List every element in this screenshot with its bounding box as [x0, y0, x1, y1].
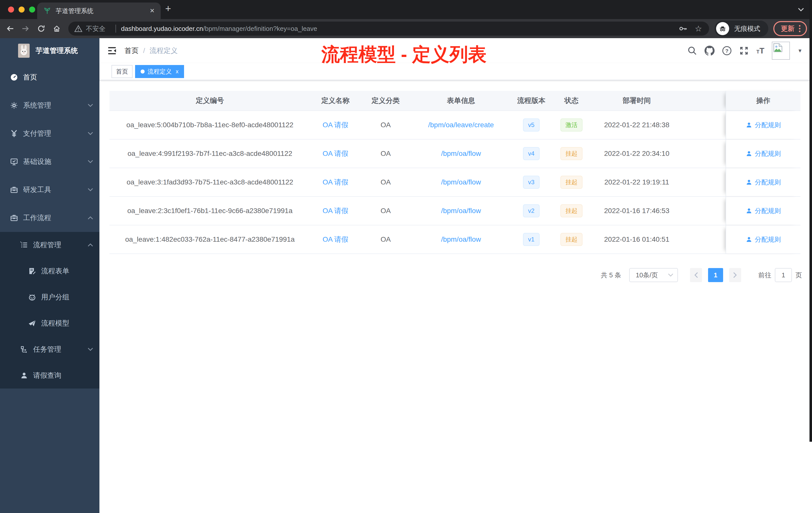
paperplane-icon — [28, 319, 36, 327]
status-badge: 挂起 — [560, 176, 582, 189]
cell-definition-id: oa_leave:2:3c1f0ef1-76b1-11ec-9c66-a2380… — [110, 207, 310, 215]
status-badge: 挂起 — [560, 204, 582, 217]
select-chevron-icon — [668, 273, 673, 277]
annotation-title: 流程模型 - 定义列表 — [0, 42, 808, 67]
goto-page-input[interactable]: 1 — [775, 268, 792, 282]
back-icon[interactable] — [4, 23, 16, 35]
zoom-window-button[interactable] — [29, 6, 35, 12]
table-header-row: 定义编号 定义名称 定义分类 表单信息 流程版本 状态 部署时间 操作 — [110, 91, 801, 111]
not-secure-warning-icon — [74, 25, 82, 32]
sidebar-item-briefcase[interactable]: 工作流程 — [0, 204, 99, 232]
bookmark-star-icon[interactable]: ☆ — [695, 24, 702, 33]
browser-tab[interactable]: 芋道管理系统 ✕ — [37, 2, 161, 19]
url-path: /bpm/manager/definition?key=oa_leave — [203, 25, 317, 33]
prev-page-button[interactable] — [690, 268, 702, 282]
version-badge: v2 — [523, 204, 539, 217]
table-row: oa_leave:1:482ec033-762a-11ec-8477-a2380… — [110, 225, 801, 254]
sidebar-item-dashboard[interactable]: 首页 — [0, 63, 99, 91]
form-link[interactable]: /bpm/oa/flow — [441, 178, 481, 186]
assign-rule-link[interactable]: 分配规则 — [746, 207, 781, 215]
chrome-update-button[interactable]: 更新 — [773, 21, 807, 36]
page-size-select[interactable]: 10条/页 — [629, 268, 678, 282]
cell-version: v2 — [511, 204, 551, 217]
url-host: dashboard.yudao.iocoder.cn — [121, 25, 203, 33]
tab-search-chevron-icon[interactable] — [798, 7, 804, 12]
sidebar-item-usergroup[interactable]: 用户分组 — [0, 284, 99, 310]
sidebar-item-label: 首页 — [23, 72, 37, 82]
definition-name-link[interactable]: OA 请假 — [323, 150, 348, 157]
cell-status: 挂起 — [551, 147, 591, 160]
col-form-info: 表单信息 — [411, 91, 511, 111]
cell-category: OA — [360, 207, 411, 215]
cell-category: OA — [360, 178, 411, 186]
sidebar-item-treelist[interactable]: 流程管理 — [0, 232, 99, 258]
minimize-window-button[interactable] — [19, 6, 25, 12]
cell-form: /bpm/oa/leave/create — [411, 121, 511, 129]
treelist-icon — [20, 241, 28, 249]
active-tag-dot — [141, 69, 145, 73]
security-label[interactable]: 不安全 — [86, 24, 106, 33]
cell-definition-name: OA 请假 — [310, 235, 360, 244]
form-link[interactable]: /bpm/oa/leave/create — [428, 121, 494, 129]
sidebar: 芋道管理系统 首页系统管理支付管理基础设施研发工具工作流程流程管理流程表单用户分… — [0, 38, 99, 513]
sidebar-item-monitor[interactable]: 基础设施 — [0, 148, 99, 176]
sidebar-item-label: 流程表单 — [41, 266, 69, 276]
cell-definition-name: OA 请假 — [310, 177, 360, 187]
forward-icon[interactable] — [20, 23, 32, 35]
browser-toolbar: 不安全 dashboard.yudao.iocoder.cn/bpm/manag… — [0, 19, 812, 38]
sidebar-item-toolbox[interactable]: 研发工具 — [0, 176, 99, 204]
update-label: 更新 — [781, 24, 794, 33]
gear-icon — [10, 101, 18, 110]
sidebar-item-label: 研发工具 — [23, 185, 51, 194]
definition-name-link[interactable]: OA 请假 — [323, 178, 348, 186]
assign-rule-link[interactable]: 分配规则 — [746, 149, 781, 158]
sidebar-item-person[interactable]: 请假查询 — [0, 362, 99, 389]
address-bar[interactable]: 不安全 dashboard.yudao.iocoder.cn/bpm/manag… — [68, 22, 709, 36]
version-badge: v3 — [523, 176, 539, 189]
form-link[interactable]: /bpm/oa/flow — [441, 150, 481, 157]
form-link[interactable]: /bpm/oa/flow — [441, 207, 481, 215]
assign-rule-link[interactable]: 分配规则 — [746, 121, 781, 129]
current-page-button[interactable]: 1 — [708, 268, 723, 282]
reload-icon[interactable] — [35, 23, 47, 35]
goto-label: 前往 — [758, 271, 771, 280]
form-link[interactable]: /bpm/oa/flow — [441, 235, 481, 243]
tab-favicon-plant-icon — [43, 7, 51, 15]
toolbox-icon — [10, 186, 18, 194]
sidebar-item-flowtree[interactable]: 任务管理 — [0, 336, 99, 362]
close-window-button[interactable] — [8, 6, 14, 12]
definition-name-link[interactable]: OA 请假 — [323, 207, 348, 215]
assign-rule-link[interactable]: 分配规则 — [746, 235, 781, 244]
new-tab-button[interactable]: + — [165, 3, 171, 14]
sidebar-item-paperplane[interactable]: 流程模型 — [0, 310, 99, 336]
password-key-icon[interactable] — [679, 25, 688, 33]
macos-traffic-lights — [8, 6, 35, 12]
incognito-badge: 无痕模式 — [715, 21, 768, 37]
assign-rule-link[interactable]: 分配规则 — [746, 178, 781, 187]
sidebar-item-label: 用户分组 — [41, 292, 69, 302]
next-page-button[interactable] — [729, 268, 741, 282]
sidebar-item-yen[interactable]: 支付管理 — [0, 119, 99, 148]
definition-name-link[interactable]: OA 请假 — [323, 235, 348, 243]
browser-tab-strip: 芋道管理系统 ✕ + — [0, 0, 812, 19]
yen-icon — [10, 129, 18, 138]
status-badge: 激活 — [560, 118, 582, 131]
sidebar-item-gear[interactable]: 系统管理 — [0, 91, 99, 119]
chevron-down-icon — [87, 160, 93, 163]
cell-deploy-time: 2022-01-16 17:46:53 — [591, 207, 682, 215]
sidebar-item-formedit[interactable]: 流程表单 — [0, 258, 99, 284]
col-process-version: 流程版本 — [511, 91, 551, 111]
tag-close-icon[interactable]: x — [176, 68, 178, 75]
sidebar-item-label: 任务管理 — [33, 344, 61, 354]
table-row: oa_leave:4:991f2193-7b7f-11ec-a3c8-acde4… — [110, 140, 801, 168]
window-right-edge — [810, 0, 812, 442]
tab-close-icon[interactable]: ✕ — [150, 7, 155, 14]
col-filler — [682, 91, 726, 111]
definition-name-link[interactable]: OA 请假 — [323, 121, 348, 129]
cell-category: OA — [360, 150, 411, 158]
cell-actions: 分配规则 — [726, 111, 801, 139]
home-icon[interactable] — [51, 23, 63, 35]
col-actions: 操作 — [726, 91, 801, 111]
browser-menu-icon[interactable] — [799, 25, 802, 32]
incognito-icon — [716, 22, 729, 35]
